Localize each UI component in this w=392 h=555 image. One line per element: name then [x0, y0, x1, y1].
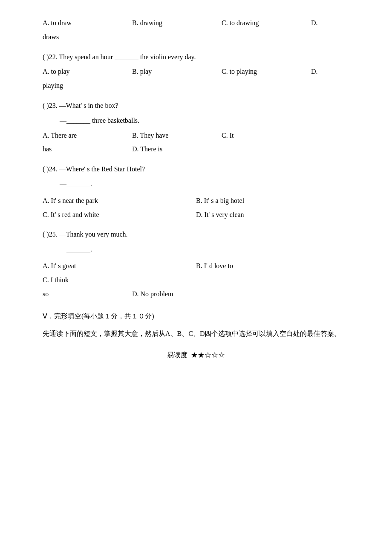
- question-22-text: ( )22. They spend an hour _______ the vi…: [43, 51, 196, 64]
- options-row-25: A. It' s great B. I' d love to: [43, 260, 349, 272]
- options-row-22: A. to play B. play C. to playing D.: [43, 66, 349, 78]
- option-25d1: so: [43, 288, 132, 301]
- option-25a: A. It' s great: [43, 260, 196, 272]
- option-24a: A. It' s near the park: [43, 195, 196, 207]
- option-22b: B. play: [132, 66, 222, 78]
- option-22a: A. to play: [43, 66, 132, 78]
- option-23b: B. They have: [132, 130, 222, 142]
- section-v-title: Ⅴ．完形填空(每小题１分，共１０分): [43, 310, 349, 323]
- question-22: ( )22. They spend an hour _______ the vi…: [43, 51, 349, 92]
- option-24c: C. It' s red and white: [43, 209, 196, 221]
- difficulty-stars: ★★☆☆☆: [189, 351, 225, 358]
- question-21-options: A. to draw B. drawing C. to drawing D. d…: [43, 17, 349, 43]
- question-23: ( )23. —What' s in the box? —_______ thr…: [43, 100, 349, 156]
- question-25-text1: ( )25. —Thank you very much.: [43, 228, 128, 241]
- question-25: ( )25. —Thank you very much. —_______. A…: [43, 228, 349, 300]
- option-23d2: D. There is: [132, 143, 162, 156]
- option-21d-text: draws: [43, 31, 349, 43]
- options-row-23: A. There are B. They have C. It: [43, 130, 349, 142]
- options-row-24: A. It' s near the park B. It' s a big ho…: [43, 195, 349, 221]
- question-24: ( )24. —Where' s the Red Star Hotel? —__…: [43, 163, 349, 221]
- question-24-stem1: ( )24. —Where' s the Red Star Hotel?: [43, 163, 349, 176]
- option-22d: D.: [311, 66, 318, 78]
- question-23-stem1: ( )23. —What' s in the box?: [43, 100, 349, 112]
- difficulty-label: 易读度: [167, 351, 187, 358]
- question-24-text2: —_______.: [60, 178, 92, 191]
- option-21a: A. to draw: [43, 17, 132, 29]
- option-25c: C. I think: [43, 274, 132, 286]
- difficulty-rating: 易读度 ★★☆☆☆: [43, 349, 349, 361]
- option-21d: D.: [311, 17, 318, 29]
- question-24-text1: ( )24. —Where' s the Red Star Hotel?: [43, 163, 145, 176]
- question-23-text1: ( )23. —What' s in the box?: [43, 100, 118, 112]
- options-row-21: A. to draw B. drawing C. to drawing D.: [43, 17, 349, 29]
- question-25-stem1: ( )25. —Thank you very much.: [43, 228, 349, 241]
- option-24b: B. It' s a big hotel: [196, 195, 349, 207]
- options-row-23b: has D. There is: [43, 143, 349, 156]
- question-22-stem: ( )22. They spend an hour _______ the vi…: [43, 51, 349, 64]
- option-21b: B. drawing: [132, 17, 222, 29]
- question-25-text2: —_______.: [60, 243, 92, 256]
- option-25b: B. I' d love to: [196, 260, 349, 272]
- question-23-stem2: —_______ three basketballs.: [43, 115, 349, 127]
- options-row-25c: so D. No problem: [43, 288, 349, 301]
- question-24-stem2: —_______.: [43, 178, 349, 191]
- option-23c: C. It: [222, 130, 311, 142]
- question-23-text2: —_______ three basketballs.: [60, 115, 139, 127]
- option-23d1: has: [43, 143, 132, 156]
- option-23a: A. There are: [43, 130, 132, 142]
- options-row-25b: C. I think: [43, 274, 349, 286]
- option-21c: C. to drawing: [222, 17, 311, 29]
- question-25-stem2: —_______.: [43, 243, 349, 256]
- option-24d: D. It' s very clean: [196, 209, 349, 221]
- section-v-intro: 先通读下面的短文，掌握其大意，然后从A、B、C、D四个选项中选择可以填入空白处的…: [43, 327, 349, 341]
- option-22d-text: playing: [43, 80, 349, 92]
- option-22c: C. to playing: [222, 66, 311, 78]
- option-25d2: D. No problem: [132, 288, 173, 301]
